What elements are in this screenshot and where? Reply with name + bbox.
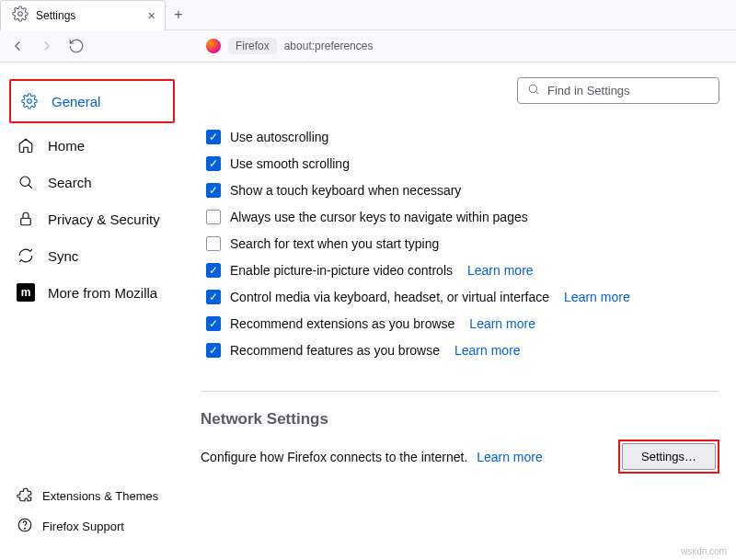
help-icon: [17, 517, 33, 536]
highlight-network-settings-button: Settings…: [618, 440, 719, 474]
learn-more-link[interactable]: Learn more: [467, 263, 534, 278]
checkbox[interactable]: [206, 130, 221, 144]
puzzle-icon: [17, 486, 33, 506]
option-label: Control media via keyboard, headset, or …: [230, 290, 549, 304]
option-row: Recommend features as you browseLearn mo…: [206, 343, 719, 358]
network-learn-more-link[interactable]: Learn more: [477, 450, 543, 464]
footer-label: Extensions & Themes: [42, 489, 158, 503]
address-label: Firefox: [228, 38, 277, 54]
checkbox[interactable]: [206, 236, 221, 251]
learn-more-link[interactable]: Learn more: [564, 290, 630, 304]
svg-point-1: [28, 99, 32, 104]
svg-rect-3: [21, 218, 31, 225]
search-placeholder: Find in Settings: [547, 84, 630, 97]
option-label: Show a touch keyboard when necessary: [230, 183, 461, 198]
option-row: Recommend extensions as you browseLearn …: [206, 316, 719, 331]
learn-more-link[interactable]: Learn more: [454, 343, 521, 358]
network-settings-desc: Configure how Firefox connects to the in…: [201, 450, 467, 464]
sidebar-firefox-support[interactable]: Firefox Support: [9, 511, 175, 542]
close-tab-icon[interactable]: ×: [148, 8, 155, 23]
sidebar-item-home[interactable]: Home: [9, 127, 175, 164]
forward-button: [37, 36, 57, 56]
sidebar: General Home Search Privacy & Security S…: [0, 63, 184, 558]
option-label: Search for text when you start typing: [230, 236, 439, 251]
sidebar-extensions-themes[interactable]: Extensions & Themes: [9, 481, 175, 511]
lock-icon: [17, 210, 35, 228]
option-row: Always use the cursor keys to navigate w…: [206, 210, 719, 224]
option-row: Enable picture-in-picture video controls…: [206, 263, 719, 278]
checkbox[interactable]: [206, 210, 221, 224]
checkbox[interactable]: [206, 183, 221, 198]
gear-icon: [12, 6, 29, 25]
address-bar[interactable]: Firefox about:preferences: [206, 38, 373, 54]
option-label: Use autoscrolling: [230, 130, 328, 144]
checkbox[interactable]: [206, 156, 221, 171]
address-url: about:preferences: [284, 40, 374, 52]
tab-strip: Settings × +: [0, 0, 736, 30]
option-row: Search for text when you start typing: [206, 236, 719, 251]
footer-label: Firefox Support: [42, 520, 124, 533]
svg-point-2: [20, 177, 30, 187]
search-icon: [17, 173, 35, 191]
main-panel: Find in Settings Use autoscrollingUse sm…: [184, 63, 736, 558]
sidebar-item-label: General: [52, 94, 100, 109]
home-icon: [17, 136, 35, 154]
network-settings-title: Network Settings: [201, 410, 719, 429]
gear-icon: [20, 92, 39, 110]
sidebar-item-privacy[interactable]: Privacy & Security: [9, 200, 175, 237]
sync-icon: [17, 246, 35, 265]
sidebar-item-label: Search: [48, 175, 92, 190]
svg-point-5: [25, 528, 26, 529]
svg-point-6: [529, 85, 536, 92]
checkbox[interactable]: [206, 343, 221, 358]
nav-toolbar: Firefox about:preferences: [0, 30, 736, 62]
find-in-settings-input[interactable]: Find in Settings: [517, 77, 719, 104]
option-label: Recommend extensions as you browse: [230, 316, 454, 331]
option-row: Control media via keyboard, headset, or …: [206, 290, 719, 304]
content: General Home Search Privacy & Security S…: [0, 63, 736, 558]
option-label: Always use the cursor keys to navigate w…: [230, 210, 528, 224]
sidebar-item-label: More from Mozilla: [48, 285, 157, 301]
network-settings-section: Network Settings Configure how Firefox c…: [201, 391, 719, 474]
checkbox[interactable]: [206, 316, 221, 331]
option-row: Show a touch keyboard when necessary: [206, 183, 719, 198]
mozilla-icon: m: [17, 283, 35, 302]
sidebar-item-label: Sync: [48, 248, 78, 264]
option-label: Enable picture-in-picture video controls: [230, 263, 453, 278]
sidebar-item-general[interactable]: General: [13, 83, 171, 120]
watermark: wsxdn.com: [681, 546, 727, 556]
network-settings-button[interactable]: Settings…: [622, 443, 716, 470]
sidebar-item-more-mozilla[interactable]: m More from Mozilla: [9, 274, 175, 311]
option-row: Use autoscrolling: [206, 130, 719, 144]
checkbox[interactable]: [206, 290, 221, 304]
sidebar-item-label: Privacy & Security: [48, 211, 160, 227]
tab-settings[interactable]: Settings ×: [0, 0, 166, 30]
new-tab-button[interactable]: +: [166, 6, 191, 23]
browser-chrome: Settings × + Firefox about:preferences: [0, 0, 736, 63]
tab-title: Settings: [36, 9, 75, 22]
firefox-icon: [206, 39, 221, 53]
option-label: Use smooth scrolling: [230, 156, 350, 171]
highlight-general: General: [9, 79, 175, 123]
options-list: Use autoscrollingUse smooth scrollingSho…: [206, 130, 719, 358]
sidebar-item-sync[interactable]: Sync: [9, 237, 175, 274]
search-icon: [527, 83, 540, 98]
svg-point-0: [18, 12, 23, 17]
checkbox[interactable]: [206, 263, 221, 278]
option-row: Use smooth scrolling: [206, 156, 719, 171]
learn-more-link[interactable]: Learn more: [469, 316, 535, 331]
sidebar-item-label: Home: [48, 138, 85, 154]
sidebar-item-search[interactable]: Search: [9, 164, 175, 200]
option-label: Recommend features as you browse: [230, 343, 440, 358]
back-button[interactable]: [7, 36, 28, 56]
reload-button[interactable]: [66, 36, 86, 56]
